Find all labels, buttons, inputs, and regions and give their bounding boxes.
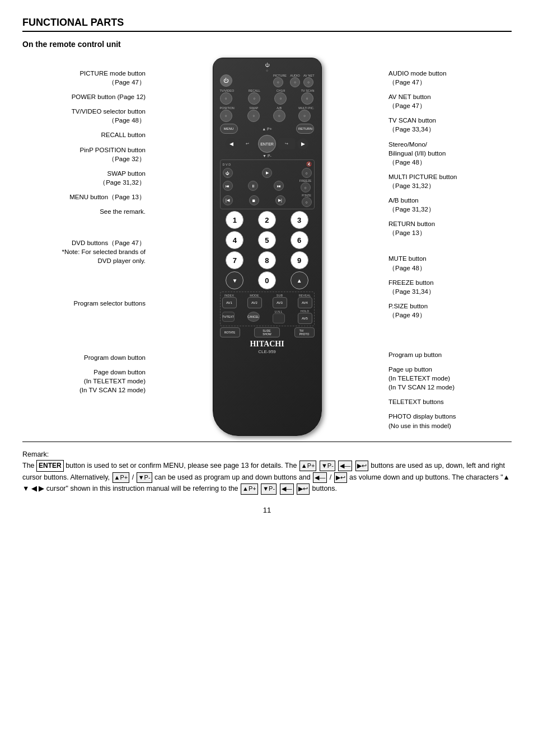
label-see-remark: See the remark. bbox=[22, 207, 146, 216]
left-inline: ◀— bbox=[338, 461, 352, 472]
num-2-button[interactable]: 2 bbox=[258, 211, 276, 229]
prog-up-button[interactable]: ▲ bbox=[291, 271, 308, 289]
position-button[interactable]: ○ bbox=[220, 110, 232, 122]
return-button[interactable]: RETURN bbox=[296, 124, 314, 134]
ap-plus-inline3: ▲P+ bbox=[241, 483, 258, 495]
right-inline: ▶↩ bbox=[355, 461, 368, 472]
cancel-button[interactable]: CANCEL bbox=[247, 312, 260, 322]
picture-button[interactable]: ○ bbox=[273, 77, 283, 87]
av-net-button[interactable]: ○ bbox=[303, 77, 313, 87]
label-ab: A/B button（Page 31,32） bbox=[388, 196, 512, 214]
nav-skip-right[interactable]: ↪ bbox=[278, 138, 295, 149]
label-audio-mode: AUDIO mode button（Page 47） bbox=[388, 69, 512, 87]
label-tv-scan: TV SCAN button（Page 33,34） bbox=[388, 116, 512, 134]
vp-minus-inline2: ▼P- bbox=[137, 472, 152, 483]
dvd-ff-button[interactable]: ⏭ bbox=[274, 181, 284, 191]
label-prog-down: Program down button bbox=[22, 353, 146, 362]
tv-text-button[interactable]: TV/TEXT bbox=[222, 312, 235, 322]
audio-button[interactable]: ○ bbox=[290, 77, 300, 87]
dvd-next-button[interactable]: ▶| bbox=[275, 195, 285, 205]
enter-inline-label: ENTER bbox=[36, 460, 64, 472]
label-recall: RECALL button bbox=[22, 130, 146, 139]
right-inline3: ▶↩ bbox=[297, 483, 310, 495]
rotate-button[interactable]: ROTATE bbox=[220, 327, 240, 337]
label-pinp: PinP POSITION button（Page 32） bbox=[22, 145, 146, 163]
power-button[interactable]: ⏻ bbox=[220, 74, 232, 87]
dvd-mute-button[interactable]: ○ bbox=[302, 168, 312, 178]
av-section: INDEX AV1 MODE AV2 SUB AV3 REVEAL AV4 bbox=[220, 292, 315, 326]
dvd-power-button[interactable]: ⏻ bbox=[223, 168, 233, 178]
label-menu: MENU button（Page 13） bbox=[22, 192, 146, 201]
label-psize: P.SIZE button（Page 49） bbox=[388, 302, 512, 320]
slide-show-button[interactable]: SLIDESHOW bbox=[254, 327, 280, 337]
prog-down-button[interactable]: ▼ bbox=[226, 271, 243, 289]
num-5-button[interactable]: 5 bbox=[258, 231, 276, 249]
right-arrow-button[interactable]: ▶ bbox=[297, 138, 308, 149]
av5-button[interactable]: AV5 bbox=[298, 313, 312, 324]
num-9-button[interactable]: 9 bbox=[291, 251, 308, 269]
tv-video-label: TV/VIDEO bbox=[220, 89, 235, 92]
av3-button[interactable]: AV3 bbox=[273, 297, 287, 308]
page-number: 11 bbox=[22, 506, 512, 514]
label-dvd: DVD buttons（Page 47）*Note: For selected … bbox=[22, 238, 146, 265]
remark-text: The ENTER button is used to set or confi… bbox=[22, 460, 512, 495]
nav-skip-left[interactable]: ↩ bbox=[239, 138, 256, 149]
av1-button[interactable]: AV1 bbox=[222, 297, 237, 308]
recall-button[interactable]: ○ bbox=[248, 92, 260, 105]
num-6-button[interactable]: 6 bbox=[291, 231, 308, 249]
dvd-pause-button[interactable]: ⏸ bbox=[248, 181, 258, 191]
p-size-button[interactable]: ○ bbox=[302, 197, 312, 207]
label-swap: SWAP button（Page 31,32） bbox=[22, 169, 146, 187]
label-av-net: AV NET button（Page 47） bbox=[388, 92, 512, 110]
multi-pic-label: MULTI PIC. bbox=[298, 106, 314, 110]
multi-pic-button[interactable]: ○ bbox=[298, 110, 311, 122]
tv-video-button[interactable]: ○ bbox=[220, 92, 232, 105]
recall-label: RECALL bbox=[248, 89, 260, 92]
num-7-button[interactable]: 7 bbox=[226, 251, 243, 269]
av4-button[interactable]: AV4 bbox=[298, 297, 312, 308]
tv-photo-button[interactable]: TV/PHOTO bbox=[294, 327, 315, 337]
left-arrow-button[interactable]: ◀ bbox=[226, 138, 237, 149]
position-label: POSITION bbox=[220, 106, 235, 110]
dvd-rewind-button[interactable]: ⏮ bbox=[223, 181, 233, 191]
remark-title: Remark: bbox=[22, 449, 512, 460]
ap-plus-inline: ▲P+ bbox=[299, 461, 317, 472]
av2-button[interactable]: AV2 bbox=[247, 297, 262, 308]
label-prog-sel: Program selector buttons bbox=[22, 299, 146, 308]
num-8-button[interactable]: 8 bbox=[258, 251, 276, 269]
remark-section: Remark: The ENTER button is used to set … bbox=[22, 442, 512, 495]
diagram-section: PICTURE mode button（Page 47） POWER butto… bbox=[22, 58, 512, 436]
ab-label: A/B bbox=[273, 106, 285, 110]
label-photo-display: PHOTO display buttons(No use in this mod… bbox=[388, 412, 512, 430]
swap-button[interactable]: ○ bbox=[247, 110, 260, 122]
ap-plus-inline2: ▲P+ bbox=[113, 472, 130, 483]
label-tv-video: TV/VIDEO selector button（Page 48） bbox=[22, 107, 146, 125]
freeze-button[interactable]: ○ bbox=[301, 182, 311, 192]
dvd-section: D V D 🔇 ⏻ ▶ ○ ⏮ ⏸ ⏭ FREEZE ○ bbox=[220, 159, 315, 209]
ch-button[interactable]: ○ bbox=[274, 92, 287, 105]
dvd-stop-button[interactable]: ⏹ bbox=[249, 195, 259, 205]
unl-button[interactable] bbox=[273, 313, 285, 323]
tv-scan-button[interactable]: ○ bbox=[301, 92, 313, 105]
num-4-button[interactable]: 4 bbox=[226, 231, 243, 249]
dvd-prev-button[interactable]: |◀ bbox=[223, 195, 233, 205]
left-inline2: ◀— bbox=[313, 472, 327, 483]
num-3-button[interactable]: 3 bbox=[291, 211, 308, 229]
subtitle: On the remote control unit bbox=[22, 40, 512, 49]
model-number: CLE-959 bbox=[220, 349, 315, 354]
number-pad: 1 2 3 4 5 6 7 8 9 ▼ 0 ▲ bbox=[220, 211, 315, 289]
dvd-play-button[interactable]: ▶ bbox=[262, 168, 272, 178]
menu-button[interactable]: MENU bbox=[220, 124, 238, 134]
tv-scan-label: TV SCAN bbox=[301, 89, 315, 92]
remote-control: ⏻○ ⏻ PICTURE ○ AUDIO ○ AV NET ○ bbox=[213, 58, 322, 436]
picture-label: PICTURE bbox=[273, 74, 287, 77]
audio-label: AUDIO bbox=[290, 74, 300, 77]
av-net-label: AV NET bbox=[303, 74, 314, 77]
vp-minus-inline: ▼P- bbox=[320, 461, 335, 472]
num-1-button[interactable]: 1 bbox=[226, 211, 243, 229]
enter-button[interactable]: ENTER bbox=[258, 135, 276, 153]
dvd-label: D V D bbox=[223, 163, 231, 166]
label-return: RETURN button（Page 13） bbox=[388, 219, 512, 237]
num-0-button[interactable]: 0 bbox=[258, 271, 276, 289]
ab-button[interactable]: ○ bbox=[273, 110, 285, 122]
